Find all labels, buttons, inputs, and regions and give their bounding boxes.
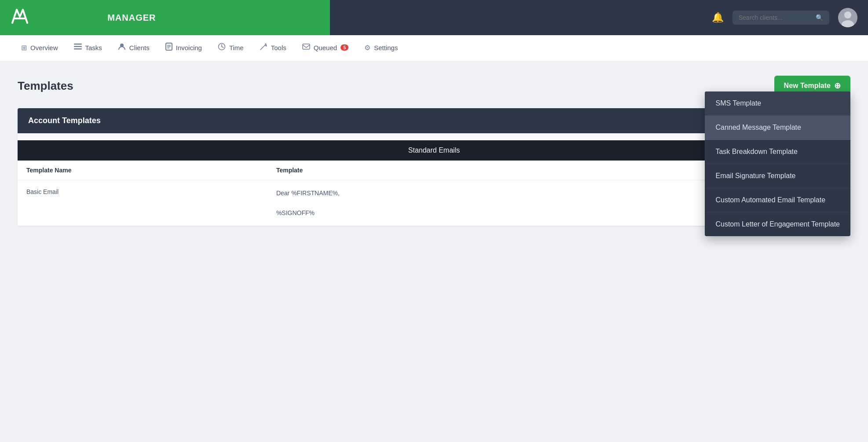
plus-icon: ⊕ (834, 81, 841, 91)
tools-icon (260, 43, 267, 52)
search-input[interactable] (739, 14, 812, 21)
svg-rect-4 (74, 46, 82, 47)
logo-icon (11, 8, 29, 27)
dropdown-item-sms[interactable]: SMS Template (705, 91, 850, 116)
nav-label-overview: Overview (30, 44, 58, 51)
sidebar-item-settings[interactable]: ⚙ Settings (356, 35, 406, 62)
page-title: Templates (18, 79, 73, 93)
search-box: 🔍 (732, 11, 829, 25)
invoicing-icon (165, 43, 172, 52)
nav-label-queued: Queued (314, 44, 337, 51)
overview-icon: ⊞ (21, 44, 27, 52)
avatar[interactable] (838, 8, 857, 27)
svg-rect-14 (303, 44, 310, 49)
template-content-cell: Dear %FIRSTNAME%,%SIGNOFF% (267, 180, 767, 226)
svg-line-13 (222, 47, 223, 47)
new-template-label: New Template (784, 82, 831, 90)
clients-icon (118, 43, 126, 52)
search-icon: 🔍 (816, 14, 823, 21)
logo-area: ACCOUNTANCYMANAGER (11, 8, 156, 27)
sidebar-item-clients[interactable]: Clients (110, 35, 157, 62)
sidebar-item-invoicing[interactable]: Invoicing (157, 35, 210, 62)
sidebar-item-tasks[interactable]: Tasks (66, 35, 110, 62)
queued-icon (302, 44, 310, 51)
page-content: Templates New Template ⊕ SMS Template Ca… (0, 62, 868, 240)
nav-label-time: Time (229, 44, 244, 51)
col-header-template-name: Template Name (18, 161, 267, 180)
dropdown-item-task[interactable]: Task Breakdown Template (705, 140, 850, 164)
nav-label-invoicing: Invoicing (176, 44, 202, 51)
nav-bar: ⊞ Overview Tasks Clients Invoicing Time … (0, 35, 868, 62)
nav-label-tools: Tools (271, 44, 286, 51)
svg-rect-5 (74, 48, 82, 50)
logo-part1: ACCOUNTANCY (34, 13, 107, 22)
tasks-icon (74, 44, 82, 51)
dropdown-item-auto-email[interactable]: Custom Automated Email Template (705, 188, 850, 212)
nav-label-tasks: Tasks (85, 44, 102, 51)
top-header: ACCOUNTANCYMANAGER 🔔 🔍 (0, 0, 868, 35)
notifications-bell-icon[interactable]: 🔔 (712, 12, 724, 23)
queued-badge: 5 (341, 44, 348, 51)
logo-part2: MANAGER (107, 13, 156, 22)
dropdown-item-loe[interactable]: Custom Letter of Engagement Template (705, 212, 850, 236)
sidebar-item-time[interactable]: Time (210, 35, 252, 62)
dropdown-item-canned[interactable]: Canned Message Template (705, 116, 850, 140)
header-right: 🔔 🔍 (712, 8, 857, 27)
sidebar-item-tools[interactable]: Tools (252, 35, 294, 62)
sidebar-item-overview[interactable]: ⊞ Overview (13, 35, 66, 62)
dropdown-item-email-sig[interactable]: Email Signature Template (705, 164, 850, 188)
template-name-cell: Basic Email (18, 180, 267, 226)
svg-rect-3 (74, 44, 82, 45)
col-header-template: Template (267, 161, 767, 180)
svg-point-1 (844, 11, 851, 18)
nav-label-clients: Clients (129, 44, 150, 51)
logo-text: ACCOUNTANCYMANAGER (34, 13, 156, 23)
new-template-dropdown: SMS Template Canned Message Template Tas… (705, 91, 850, 236)
sidebar-item-queued[interactable]: Queued 5 (294, 35, 357, 62)
settings-icon: ⚙ (364, 44, 370, 52)
nav-label-settings: Settings (374, 44, 398, 51)
time-icon (218, 43, 226, 52)
